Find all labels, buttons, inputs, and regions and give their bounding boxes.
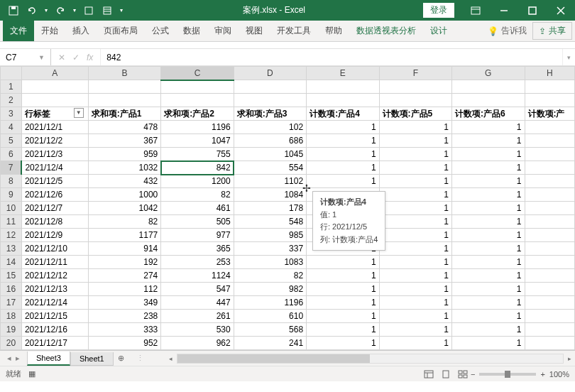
cell-C19[interactable]: 530 [161,323,234,337]
enter-icon[interactable]: ✓ [72,53,80,62]
qat-btn-1[interactable] [81,3,97,18]
cell-C5[interactable]: 1047 [161,134,234,148]
column-header-E[interactable]: E [307,67,379,80]
column-header-C[interactable]: C [161,67,234,80]
cell-A9[interactable]: 2021/12/6 [21,188,88,202]
row-header-6[interactable]: 6 [1,148,22,161]
cell-H4[interactable] [525,121,575,134]
cell-B8[interactable]: 432 [88,175,160,188]
cell-E1[interactable] [307,80,379,94]
cell-B11[interactable]: 82 [88,215,160,229]
row-header-13[interactable]: 13 [1,242,22,256]
row-header-7[interactable]: 7 [1,161,22,175]
cell-C18[interactable]: 261 [161,310,234,323]
cell-G18[interactable]: 1 [452,310,525,323]
row-header-19[interactable]: 19 [1,323,22,337]
cell-D16[interactable]: 982 [234,283,306,296]
cell-G6[interactable]: 1 [452,148,525,161]
cell-A5[interactable]: 2021/12/2 [21,134,88,148]
nav-prev-icon[interactable]: ◂ [7,354,11,363]
row-header-4[interactable]: 4 [1,121,22,134]
cell-C16[interactable]: 547 [161,283,234,296]
cell-H15[interactable] [525,269,575,283]
pivot-header-C[interactable]: 求和项:产品2 [161,107,234,121]
cell-E6[interactable]: 1 [307,148,379,161]
cell-F19[interactable]: 1 [379,323,451,337]
row-header-20[interactable]: 20 [1,337,22,350]
row-header-1[interactable]: 1 [1,80,22,94]
tab-pivot-design[interactable]: 设计 [423,21,454,41]
cell-B6[interactable]: 959 [88,148,160,161]
row-header-14[interactable]: 14 [1,256,22,269]
cell-E8[interactable]: 1 [307,175,379,188]
cell-B10[interactable]: 1042 [88,202,160,215]
cell-A2[interactable] [21,94,88,107]
cell-H2[interactable] [525,94,575,107]
view-pagebreak-button[interactable] [455,368,471,381]
cell-G15[interactable]: 1 [452,269,525,283]
cell-D14[interactable]: 1083 [234,256,306,269]
cell-H1[interactable] [525,80,575,94]
cell-D9[interactable]: 1084 [234,188,306,202]
cell-E20[interactable]: 1 [307,337,379,350]
pivot-header-E[interactable]: 计数项:产品4 [307,107,379,121]
cell-C9[interactable]: 82 [161,188,234,202]
cell-F4[interactable]: 1 [379,121,451,134]
row-header-15[interactable]: 15 [1,269,22,283]
cell-C15[interactable]: 1124 [161,269,234,283]
cell-G13[interactable]: 1 [452,242,525,256]
cell-A4[interactable]: 2021/12/1 [21,121,88,134]
cell-H5[interactable] [525,134,575,148]
pivot-header-G[interactable]: 计数项:产品6 [452,107,525,121]
cell-D19[interactable]: 568 [234,323,306,337]
row-header-10[interactable]: 10 [1,202,22,215]
cell-E18[interactable]: 1 [307,310,379,323]
cell-B15[interactable]: 274 [88,269,160,283]
cell-H7[interactable] [525,161,575,175]
login-button[interactable]: 登录 [423,3,454,18]
undo-button[interactable] [24,3,40,18]
cell-G8[interactable]: 1 [452,175,525,188]
cell-C13[interactable]: 365 [161,242,234,256]
cell-C17[interactable]: 447 [161,296,234,310]
cell-H10[interactable] [525,202,575,215]
cell-B2[interactable] [88,94,160,107]
cell-A1[interactable] [21,80,88,94]
column-header-B[interactable]: B [88,67,160,80]
cell-F20[interactable]: 1 [379,337,451,350]
zoom-out-button[interactable]: − [471,370,475,379]
cell-B14[interactable]: 192 [88,256,160,269]
column-header-G[interactable]: G [452,67,525,80]
row-header-11[interactable]: 11 [1,215,22,229]
cell-A16[interactable]: 2021/12/13 [21,283,88,296]
cell-D20[interactable]: 241 [234,337,306,350]
cell-H16[interactable] [525,283,575,296]
cell-A18[interactable]: 2021/12/15 [21,310,88,323]
cell-C12[interactable]: 977 [161,229,234,242]
save-button[interactable] [6,3,21,18]
cell-C1[interactable] [161,80,234,94]
cell-B12[interactable]: 1177 [88,229,160,242]
cell-D7[interactable]: 554 [234,161,306,175]
cell-B17[interactable]: 349 [88,296,160,310]
cell-G7[interactable]: 1 [452,161,525,175]
cell-F15[interactable]: 1 [379,269,451,283]
horizontal-scrollbar[interactable]: ◂ ▸ [165,354,575,364]
cell-C8[interactable]: 1200 [161,175,234,188]
row-header-2[interactable]: 2 [1,94,22,107]
cell-E16[interactable]: 1 [307,283,379,296]
cell-G14[interactable]: 1 [452,256,525,269]
row-header-8[interactable]: 8 [1,175,22,188]
cell-B9[interactable]: 1000 [88,188,160,202]
tab-pagelayout[interactable]: 页面布局 [97,21,145,41]
cell-D1[interactable] [234,80,306,94]
pivot-header-F[interactable]: 计数项:产品5 [379,107,451,121]
cell-A19[interactable]: 2021/12/16 [21,323,88,337]
redo-button[interactable] [53,3,68,18]
share-button[interactable]: ⇪ 共享 [532,22,572,40]
cell-F13[interactable]: 1 [379,242,451,256]
column-header-D[interactable]: D [234,67,306,80]
cell-G20[interactable]: 1 [452,337,525,350]
cell-G11[interactable]: 1 [452,215,525,229]
cell-F14[interactable]: 1 [379,256,451,269]
